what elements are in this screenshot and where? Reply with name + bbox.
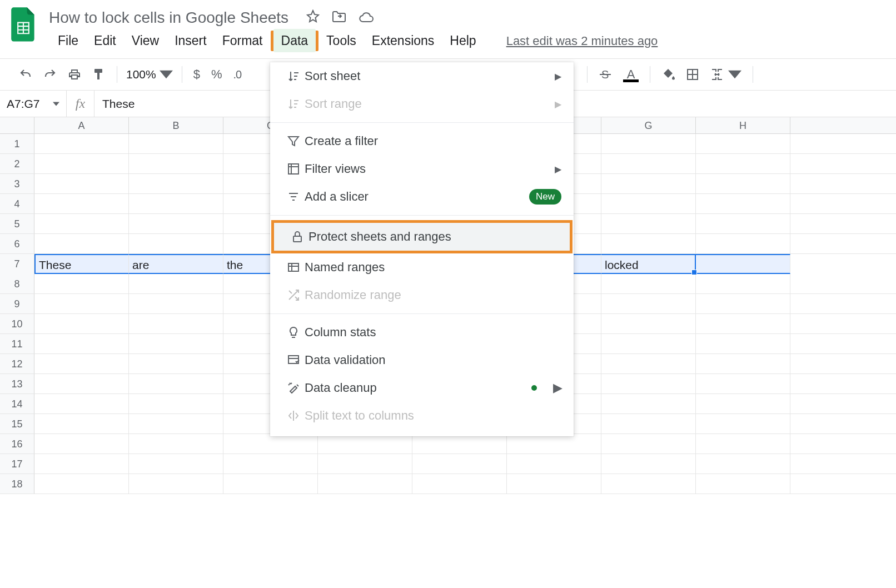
- cell[interactable]: [696, 154, 790, 173]
- zoom-select[interactable]: 100%: [123, 66, 176, 83]
- select-all-corner[interactable]: [0, 117, 34, 133]
- row-header[interactable]: 7: [0, 254, 34, 274]
- menu-filter-views[interactable]: Filter views ▶: [270, 155, 574, 183]
- cell[interactable]: [223, 454, 318, 474]
- menu-file[interactable]: File: [50, 29, 86, 53]
- formula-input[interactable]: These: [94, 97, 142, 111]
- cell[interactable]: [601, 214, 696, 233]
- row-header[interactable]: 2: [0, 154, 34, 173]
- menu-format[interactable]: Format: [215, 29, 271, 53]
- cell[interactable]: These: [34, 254, 129, 274]
- cell[interactable]: [696, 254, 790, 274]
- cell[interactable]: [601, 194, 696, 213]
- row-header[interactable]: 18: [0, 474, 34, 494]
- menu-protect-sheets-ranges[interactable]: Protect sheets and ranges: [274, 223, 570, 251]
- cell[interactable]: [129, 314, 223, 333]
- cell[interactable]: [34, 454, 129, 474]
- menu-view[interactable]: View: [124, 29, 167, 53]
- decrease-decimal[interactable]: .0: [228, 65, 247, 84]
- cell[interactable]: [601, 374, 696, 393]
- cell[interactable]: [129, 474, 223, 494]
- cell[interactable]: [601, 414, 696, 433]
- row-header[interactable]: 11: [0, 334, 34, 353]
- cell[interactable]: [412, 474, 507, 494]
- cell[interactable]: [129, 194, 223, 213]
- cell[interactable]: [696, 214, 790, 233]
- row-header[interactable]: 15: [0, 414, 34, 433]
- cell[interactable]: [34, 394, 129, 413]
- cell[interactable]: [129, 414, 223, 433]
- cell[interactable]: [601, 334, 696, 353]
- cell[interactable]: [696, 474, 790, 494]
- cell[interactable]: [412, 434, 507, 454]
- menu-add-slicer[interactable]: Add a slicer New: [270, 183, 574, 211]
- cell[interactable]: [129, 354, 223, 373]
- cell[interactable]: [601, 434, 696, 454]
- cell[interactable]: [129, 214, 223, 233]
- cell[interactable]: [696, 354, 790, 373]
- cell[interactable]: [318, 474, 412, 494]
- cell[interactable]: [507, 474, 601, 494]
- format-percent[interactable]: %: [206, 64, 228, 85]
- row-header[interactable]: 16: [0, 434, 34, 454]
- menu-data-cleanup[interactable]: Data cleanup ▶: [270, 374, 574, 402]
- cell[interactable]: [696, 294, 790, 313]
- cell[interactable]: [601, 174, 696, 193]
- cloud-status-icon[interactable]: [359, 9, 374, 27]
- row-header[interactable]: 13: [0, 374, 34, 393]
- menu-create-filter[interactable]: Create a filter: [270, 127, 574, 155]
- row-header[interactable]: 10: [0, 314, 34, 333]
- fill-color-icon[interactable]: [656, 64, 680, 84]
- cell[interactable]: locked: [601, 254, 696, 274]
- cell[interactable]: [601, 314, 696, 333]
- menu-extensions[interactable]: Extensions: [364, 29, 442, 53]
- cell[interactable]: [129, 154, 223, 173]
- cell[interactable]: [34, 434, 129, 454]
- merge-cells-icon[interactable]: [705, 64, 747, 84]
- cell[interactable]: [601, 294, 696, 313]
- cell[interactable]: [601, 234, 696, 253]
- cell[interactable]: [507, 434, 601, 454]
- cell[interactable]: [223, 434, 318, 454]
- column-header[interactable]: B: [129, 117, 223, 133]
- format-currency[interactable]: $: [188, 64, 206, 85]
- cell[interactable]: [129, 394, 223, 413]
- cell[interactable]: [129, 274, 223, 293]
- menu-column-stats[interactable]: Column stats: [270, 318, 574, 346]
- undo-icon[interactable]: [13, 64, 38, 84]
- cell[interactable]: [696, 314, 790, 333]
- paint-format-icon[interactable]: [87, 64, 111, 84]
- cell[interactable]: [34, 274, 129, 293]
- print-icon[interactable]: [62, 64, 87, 84]
- cell[interactable]: [696, 374, 790, 393]
- column-header[interactable]: H: [696, 117, 790, 133]
- strikethrough-icon[interactable]: S: [593, 64, 618, 84]
- cell[interactable]: [34, 314, 129, 333]
- row-header[interactable]: 17: [0, 454, 34, 474]
- cell[interactable]: [129, 234, 223, 253]
- cell[interactable]: [34, 194, 129, 213]
- cell[interactable]: [34, 134, 129, 153]
- borders-icon[interactable]: [680, 64, 705, 84]
- menu-sort-sheet[interactable]: Sort sheet ▶: [270, 62, 574, 90]
- menu-tools[interactable]: Tools: [318, 29, 364, 53]
- cell[interactable]: [696, 334, 790, 353]
- row-header[interactable]: 1: [0, 134, 34, 153]
- cell[interactable]: [696, 194, 790, 213]
- cell[interactable]: [696, 414, 790, 433]
- menu-data-validation[interactable]: Data validation: [270, 346, 574, 374]
- cell[interactable]: [601, 454, 696, 474]
- cell[interactable]: [601, 474, 696, 494]
- menu-data[interactable]: Data: [273, 29, 316, 52]
- cell[interactable]: [34, 354, 129, 373]
- cell[interactable]: [696, 174, 790, 193]
- row-header[interactable]: 3: [0, 174, 34, 193]
- cell[interactable]: [34, 214, 129, 233]
- cell[interactable]: [34, 154, 129, 173]
- cell[interactable]: [129, 374, 223, 393]
- row-header[interactable]: 5: [0, 214, 34, 233]
- row-header[interactable]: 9: [0, 294, 34, 313]
- menu-insert[interactable]: Insert: [167, 29, 215, 53]
- menu-edit[interactable]: Edit: [86, 29, 124, 53]
- row-header[interactable]: 8: [0, 274, 34, 293]
